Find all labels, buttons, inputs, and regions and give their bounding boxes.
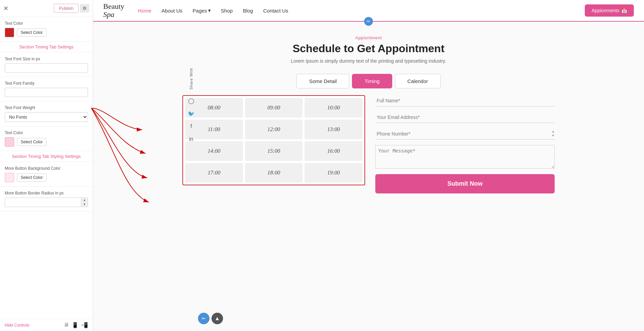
- submit-button[interactable]: Submit Now: [375, 174, 555, 193]
- nav-shop[interactable]: Shop: [221, 8, 233, 14]
- tab-some-detail[interactable]: Some Detail: [296, 74, 349, 88]
- appointment-desc: Lorem Ipsum is simply dummy text of the …: [291, 58, 446, 64]
- tablet-icon[interactable]: 📱: [72, 322, 79, 328]
- share-label: Share With: [189, 68, 193, 89]
- text-font-size-label: Text Font Size in px: [5, 57, 88, 61]
- time-cell-1000[interactable]: 10:00: [305, 98, 362, 118]
- timing-contact-row: 08:0009:0010:0011:0012:0013:0014:0015:00…: [182, 95, 555, 193]
- tab-timing[interactable]: Timing: [352, 74, 392, 88]
- device-icons: 🖥 📱 📲: [64, 322, 88, 328]
- nav-blog[interactable]: Blog: [243, 8, 253, 14]
- form-phone[interactable]: [375, 128, 552, 139]
- cta-label: Appionments: [592, 8, 619, 13]
- text-color-label-1: Text Color: [5, 21, 88, 26]
- nav-links: Home About Us Pages ▾ Shop Blog Contact …: [138, 7, 585, 14]
- facebook-icon[interactable]: f: [187, 122, 196, 131]
- text-font-weight-label: Text Font Weight: [5, 105, 88, 110]
- nav-cta-button[interactable]: Appionments 📅: [585, 4, 634, 17]
- appointment-title: Schedule to Get Appointment: [293, 42, 445, 55]
- calendar-icon: 📅: [621, 8, 627, 13]
- content-area: Appiontment Schedule to Get Appointment …: [93, 22, 644, 331]
- form-message[interactable]: [375, 145, 555, 169]
- gear-button[interactable]: ⚙: [80, 4, 89, 13]
- text-font-size-section: Text Font Size in px: [0, 53, 93, 77]
- form-fullname[interactable]: [375, 95, 555, 106]
- border-radius-input-wrap: ▲ ▼: [5, 198, 88, 207]
- select-color-button-3[interactable]: Select Color: [17, 173, 46, 182]
- hide-controls-bar: Hide Controls 🖥 📱 📲: [0, 319, 93, 331]
- select-color-button-2[interactable]: Select Color: [17, 138, 46, 146]
- section-timing-tab-styling-btn[interactable]: Section Timing Tab Styling Settings: [0, 151, 93, 162]
- left-panel: ✕ Publish ⚙ Text Color Select Color Sect…: [0, 0, 93, 331]
- appointment-top-label: Appiontment: [355, 35, 382, 40]
- phone-spinners: ▲ ▼: [552, 130, 555, 138]
- share-sidebar: Share With ◯ 🐦 f in: [186, 68, 196, 144]
- chevron-up-icon: ▲: [215, 315, 220, 322]
- time-cell-1800[interactable]: 18:00: [245, 163, 303, 183]
- text-font-family-label: Text Font Family: [5, 81, 88, 86]
- timing-grid-wrap: 08:0009:0010:0011:0012:0013:0014:0015:00…: [182, 95, 365, 185]
- time-cell-0900[interactable]: 09:00: [245, 98, 303, 118]
- color-swatch-pink[interactable]: [5, 137, 14, 147]
- panel-topbar: ✕ Publish ⚙: [0, 0, 93, 17]
- spinner-down[interactable]: ▼: [81, 202, 88, 207]
- mobile-icon[interactable]: 📲: [81, 322, 88, 328]
- time-cell-1300[interactable]: 13:00: [305, 120, 362, 139]
- edit-badge[interactable]: ✏: [364, 17, 373, 26]
- more-button-bg-section: More Button Background Color Select Colo…: [0, 162, 93, 187]
- float-up-button[interactable]: ▲: [212, 313, 223, 324]
- text-font-size-input[interactable]: [5, 63, 88, 73]
- border-radius-section: More Button Border Radius in px ▲ ▼: [0, 187, 93, 211]
- text-color-section-1: Text Color Select Color: [0, 17, 93, 42]
- timing-grid-border: 08:0009:0010:0011:0012:0013:0014:0015:00…: [182, 95, 365, 185]
- close-button[interactable]: ✕: [3, 5, 8, 12]
- timing-grid: 08:0009:0010:0011:0012:0013:0014:0015:00…: [185, 98, 362, 183]
- phone-spin-down[interactable]: ▼: [552, 134, 555, 138]
- twitter-icon[interactable]: 🐦: [187, 109, 196, 118]
- nav-pages[interactable]: Pages ▾: [193, 7, 211, 14]
- section-timing-tab-settings-btn[interactable]: Section Timing Tab Settings: [0, 42, 93, 53]
- border-radius-input[interactable]: [5, 198, 81, 207]
- form-email[interactable]: [375, 112, 555, 123]
- instagram-icon[interactable]: ◯: [187, 96, 196, 105]
- color-swatch-pink2[interactable]: [5, 173, 14, 182]
- linkedin-icon[interactable]: in: [187, 135, 196, 144]
- nav-about[interactable]: About Us: [161, 8, 182, 14]
- time-cell-1600[interactable]: 16:00: [305, 141, 362, 161]
- nav-home[interactable]: Home: [138, 8, 151, 14]
- text-font-weight-select[interactable]: No Fonts Normal Bold 100200300 400500600…: [5, 112, 88, 122]
- phone-row: ▲ ▼: [375, 128, 555, 140]
- time-cell-1200[interactable]: 12:00: [245, 120, 303, 139]
- text-font-weight-section: Text Font Weight No Fonts Normal Bold 10…: [0, 101, 93, 126]
- hide-controls-button[interactable]: Hide Controls: [5, 323, 29, 328]
- nav-contact[interactable]: Contact Us: [263, 8, 288, 14]
- desktop-icon[interactable]: 🖥: [64, 322, 69, 328]
- nav-logo: Beauty Spa: [103, 2, 124, 19]
- color-swatch-red[interactable]: [5, 28, 14, 37]
- contact-form: ▲ ▼ Submit Now: [375, 95, 555, 193]
- time-cell-1900[interactable]: 19:00: [305, 163, 362, 183]
- main-area: Beauty Spa Home About Us Pages ▾ Shop Bl…: [93, 0, 644, 331]
- pencil-float-icon: ✏: [202, 316, 206, 321]
- number-spinners: ▲ ▼: [81, 198, 88, 207]
- time-cell-1700[interactable]: 17:00: [185, 163, 243, 183]
- text-color-section-2: Text Color Select Color: [0, 126, 93, 151]
- phone-spin-up[interactable]: ▲: [552, 130, 555, 134]
- pencil-icon: ✏: [367, 19, 370, 24]
- time-cell-1500[interactable]: 15:00: [245, 141, 303, 161]
- time-cell-1400[interactable]: 14:00: [185, 141, 243, 161]
- spinner-up[interactable]: ▲: [81, 198, 88, 202]
- select-color-button-1[interactable]: Select Color: [17, 28, 46, 37]
- more-button-bg-label: More Button Background Color: [5, 166, 88, 171]
- text-color-label-2: Text Color: [5, 130, 88, 135]
- publish-button[interactable]: Publish: [54, 4, 79, 13]
- border-radius-label: More Button Border Radius in px: [5, 191, 88, 195]
- text-font-family-section: Text Font Family Bad Script: [0, 77, 93, 101]
- text-font-family-input[interactable]: Bad Script: [5, 88, 88, 97]
- float-edit-button[interactable]: ✏: [198, 313, 209, 324]
- navbar: Beauty Spa Home About Us Pages ▾ Shop Bl…: [93, 0, 644, 22]
- chevron-down-icon: ▾: [208, 7, 211, 14]
- tab-container: Some Detail Timing Calendor: [295, 74, 442, 88]
- tab-calendar[interactable]: Calendor: [395, 74, 441, 88]
